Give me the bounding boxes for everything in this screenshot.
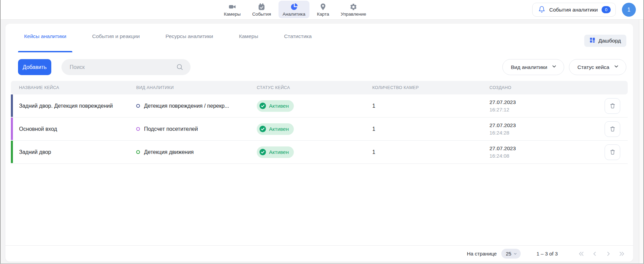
actions-cell bbox=[600, 98, 628, 114]
previous-page-button[interactable] bbox=[590, 249, 599, 258]
nav-item-analytics[interactable]: Аналитика bbox=[279, 1, 309, 18]
search-icon[interactable] bbox=[176, 63, 184, 72]
top-header: Камеры События Аналитика Карта Управлени bbox=[1, 0, 643, 20]
table-row[interactable]: Задний двор. Детекция повреждений Детекц… bbox=[11, 94, 628, 118]
gear-icon bbox=[350, 3, 358, 11]
column-header-status: СТАТУС КЕЙСА bbox=[249, 85, 364, 90]
dashboard-button[interactable]: Дашборд bbox=[584, 35, 626, 47]
created-time: 16:24:28 bbox=[489, 130, 600, 136]
events-count-badge: 0 bbox=[602, 6, 611, 13]
tab-statistics[interactable]: Статистика bbox=[278, 32, 318, 52]
pager bbox=[577, 249, 626, 258]
check-circle-icon bbox=[260, 149, 266, 155]
filter-label: Вид аналитики bbox=[511, 64, 547, 70]
chevron-down-icon bbox=[613, 64, 619, 71]
window-scrollbar[interactable] bbox=[639, 20, 643, 263]
nav-label: События bbox=[252, 12, 271, 17]
tab-events-reactions[interactable]: События и реакции bbox=[86, 32, 146, 52]
case-name: Основной вход bbox=[11, 126, 128, 132]
analytics-type-ring-icon bbox=[136, 104, 140, 108]
analytics-type-cell: Детекция повреждения / перекр... bbox=[128, 103, 249, 109]
search-input[interactable] bbox=[61, 59, 191, 75]
analytics-type-filter[interactable]: Вид аналитики bbox=[502, 59, 564, 75]
table-row[interactable]: Задний двор Детекция движения Активен 1 … bbox=[11, 141, 628, 164]
main-nav: Камеры События Аналитика Карта Управлени bbox=[220, 1, 370, 18]
nav-label: Камеры bbox=[224, 12, 240, 17]
last-page-button[interactable] bbox=[618, 249, 626, 258]
status-cell: Активен bbox=[249, 146, 364, 158]
status-badge: Активен bbox=[257, 100, 294, 112]
trash-icon bbox=[609, 149, 616, 155]
trash-icon bbox=[609, 103, 616, 109]
table-body: Задний двор. Детекция повреждений Детекц… bbox=[11, 94, 628, 164]
dashboard-button-label: Дашборд bbox=[598, 38, 621, 44]
first-page-button[interactable] bbox=[577, 249, 586, 258]
per-page-value: 25 bbox=[506, 251, 511, 257]
tab-cameras[interactable]: Камеры bbox=[233, 32, 264, 52]
row-accent-bar bbox=[11, 141, 13, 163]
case-status-filter[interactable]: Статус кейса bbox=[569, 59, 626, 75]
trash-icon bbox=[609, 126, 616, 132]
toolbar: Добавить Вид аналитики Статус кейса bbox=[18, 59, 626, 75]
chevron-down-icon bbox=[551, 64, 557, 71]
tab-analytics-resources[interactable]: Ресурсы аналитики bbox=[159, 32, 219, 52]
column-header-camera-count: КОЛИЧЕСТВО КАМЕР bbox=[364, 85, 481, 90]
pie-chart-icon bbox=[290, 3, 298, 11]
created-cell: 27.07.2023 16:24:28 bbox=[481, 122, 600, 136]
delete-case-button[interactable] bbox=[605, 121, 620, 137]
empty-area bbox=[5, 164, 633, 245]
status-badge: Активен bbox=[257, 146, 294, 158]
created-date: 27.07.2023 bbox=[489, 99, 600, 105]
page-range-label: 1 – 3 of 3 bbox=[536, 251, 558, 257]
per-page-select[interactable]: 25 bbox=[501, 249, 521, 259]
table-row[interactable]: Основной вход Подсчет посетителей Активе… bbox=[11, 118, 628, 141]
per-page-label: На странице bbox=[467, 251, 497, 257]
created-time: 16:27:12 bbox=[489, 107, 600, 112]
nav-item-management[interactable]: Управление bbox=[337, 1, 370, 18]
nav-label: Аналитика bbox=[283, 12, 305, 17]
analytics-type-ring-icon bbox=[136, 150, 140, 154]
column-header-name: НАЗВАНИЕ КЕЙСА bbox=[11, 85, 128, 90]
status-label: Активен bbox=[269, 103, 289, 109]
analytics-type-label: Детекция повреждения / перекр... bbox=[144, 103, 229, 109]
camera-count: 1 bbox=[364, 126, 481, 132]
cases-table: НАЗВАНИЕ КЕЙСА ВИД АНАЛИТИКИ СТАТУС КЕЙС… bbox=[11, 81, 628, 164]
table-header-row: НАЗВАНИЕ КЕЙСА ВИД АНАЛИТИКИ СТАТУС КЕЙС… bbox=[11, 81, 628, 94]
nav-label: Управление bbox=[341, 12, 366, 17]
nav-item-cameras[interactable]: Камеры bbox=[220, 1, 245, 18]
content-card: Кейсы аналитики События и реакции Ресурс… bbox=[5, 24, 633, 262]
analytics-type-label: Детекция движения bbox=[144, 149, 194, 155]
column-header-analytics-type: ВИД АНАЛИТИКИ bbox=[128, 85, 249, 90]
created-date: 27.07.2023 bbox=[489, 145, 600, 152]
next-page-button[interactable] bbox=[604, 249, 613, 258]
map-pin-icon bbox=[319, 3, 327, 11]
bell-icon bbox=[538, 5, 545, 14]
analytics-type-label: Подсчет посетителей bbox=[144, 126, 198, 132]
delete-case-button[interactable] bbox=[605, 144, 620, 160]
nav-label: Карта bbox=[317, 12, 329, 17]
created-date: 27.07.2023 bbox=[489, 122, 600, 128]
add-case-button[interactable]: Добавить bbox=[18, 59, 51, 75]
status-label: Активен bbox=[269, 126, 289, 132]
nav-item-map[interactable]: Карта bbox=[313, 1, 333, 18]
calendar-check-icon bbox=[257, 3, 266, 11]
status-badge: Активен bbox=[257, 123, 294, 135]
camera-count: 1 bbox=[364, 103, 481, 109]
filter-label: Статус кейса bbox=[577, 64, 609, 70]
user-avatar[interactable]: 1 bbox=[622, 3, 636, 17]
status-cell: Активен bbox=[249, 123, 364, 135]
actions-cell bbox=[600, 144, 628, 160]
events-button-label: События аналитики bbox=[549, 7, 598, 13]
tab-analytics-cases[interactable]: Кейсы аналитики bbox=[18, 32, 72, 52]
analytics-events-button[interactable]: События аналитики 0 bbox=[532, 3, 616, 17]
video-camera-icon bbox=[228, 3, 236, 11]
nav-item-events[interactable]: События bbox=[248, 1, 275, 18]
analytics-type-cell: Подсчет посетителей bbox=[128, 126, 249, 132]
camera-count: 1 bbox=[364, 149, 481, 155]
tabs-row: Кейсы аналитики События и реакции Ресурс… bbox=[5, 24, 633, 53]
created-cell: 27.07.2023 16:24:08 bbox=[481, 145, 600, 159]
status-cell: Активен bbox=[249, 100, 364, 112]
delete-case-button[interactable] bbox=[605, 98, 620, 114]
pagination-footer: На странице 25 1 – 3 of 3 bbox=[5, 245, 633, 262]
case-name: Задний двор. Детекция повреждений bbox=[11, 103, 128, 109]
